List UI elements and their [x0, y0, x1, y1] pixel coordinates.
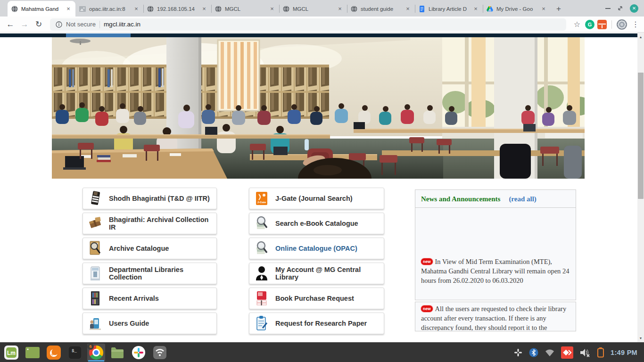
extension-icon[interactable] [597, 20, 607, 29]
firefox-launcher[interactable] [45, 344, 63, 362]
grammarly-extension-icon[interactable]: G [585, 20, 594, 29]
tab-title: MGCL [225, 6, 265, 12]
terminal-launcher[interactable]: $_ [66, 344, 84, 362]
new-badge: new [421, 258, 433, 265]
address-separator [99, 21, 100, 28]
slack-tray-icon[interactable] [513, 348, 523, 357]
book-search-icon [255, 215, 268, 231]
quick-link-label: Users Guide [109, 320, 149, 327]
quick-link-label: My Account @ MG Central Library [275, 266, 378, 281]
page-scrollbar[interactable]: ▲ ▼ [637, 33, 644, 342]
link-shodh-bhagirathi[interactable]: Shodh Bhagirathi (T&D @ IITR) [83, 188, 217, 209]
terminal-prompt-text: $_ [72, 349, 77, 354]
tab-opac[interactable]: opac.iitr.ac.in:8 × [75, 1, 143, 16]
reload-button[interactable]: ↻ [33, 19, 44, 29]
bookmark-star-icon[interactable]: ☆ [574, 20, 580, 29]
tab-close-icon[interactable]: × [472, 5, 479, 13]
profile-avatar[interactable] [617, 19, 627, 30]
webpage-viewport: Shodh Bhagirathi (T&D @ IITR) Bhagirathi… [0, 33, 644, 342]
book-search-icon [255, 240, 268, 256]
link-bhagirathi-archival[interactable]: Bhagirathi: Archival Collection IR [83, 213, 217, 234]
taskbar-clock[interactable]: 1:49 PM [611, 349, 637, 356]
mint-menu-button[interactable]: Lm [2, 344, 20, 362]
news-item: newAll the users are requested to check … [415, 302, 576, 331]
chrome-tab-count-badge: 6 [87, 343, 94, 350]
tab-title: student guide [361, 6, 401, 12]
globe-icon [350, 5, 358, 13]
tab-ip-address[interactable]: 192.168.105.14 × [143, 1, 211, 16]
url-text: mgcl.iitr.ac.in [104, 21, 140, 28]
news-box-primary: News and Announcements (read all) newIn … [415, 189, 576, 300]
quick-link-label: Search e-Book Catalogue [275, 220, 358, 227]
anydesk-tray-icon[interactable] [561, 346, 573, 359]
tab-close-icon[interactable]: × [65, 5, 72, 13]
site-navbar-active-item[interactable] [66, 33, 131, 37]
tab-mgcl-2[interactable]: MGCL × [279, 1, 347, 16]
tab-close-icon[interactable]: × [336, 5, 344, 13]
network-settings-launcher[interactable] [151, 344, 169, 362]
link-recent-arrivals[interactable]: Recent Arrivals [83, 288, 217, 309]
news-header: News and Announcements (read all) [415, 190, 576, 208]
volume-muted-icon[interactable] [579, 347, 591, 358]
show-desktop-button[interactable] [24, 344, 41, 362]
scroll-down-icon[interactable]: ▼ [637, 335, 644, 342]
tab-title: My Drive - Goo [496, 6, 537, 12]
link-opac[interactable]: Online Catalogue (OPAC) [249, 238, 384, 259]
link-my-account[interactable]: My Account @ MG Central Library [249, 263, 384, 284]
link-archive-catalogue[interactable]: Archive Catalogue [83, 238, 217, 259]
tab-close-icon[interactable]: × [200, 5, 208, 13]
browser-menu-icon[interactable]: ⋮ [632, 20, 639, 29]
tab-close-icon[interactable]: × [132, 5, 140, 13]
file-manager-launcher[interactable] [108, 344, 126, 362]
quick-links-left-column: Shodh Bhagirathi (T&D @ IITR) Bhagirathi… [83, 188, 217, 334]
tab-title: Mahatma Gand [21, 6, 62, 12]
link-users-guide[interactable]: Users Guide [83, 313, 217, 334]
news-box-secondary: newAll the users are requested to check … [415, 302, 576, 331]
tab-title: 192.168.105.14 [157, 6, 198, 12]
back-button[interactable]: ← [5, 20, 16, 29]
new-tab-button[interactable]: + [553, 3, 565, 15]
tab-close-icon[interactable]: × [540, 5, 547, 13]
forward-button[interactable]: → [19, 20, 30, 29]
tab-mgcl-1[interactable]: MGCL × [211, 1, 279, 16]
battery-icon[interactable] [597, 347, 604, 358]
quick-link-label: Shodh Bhagirathi (T&D @ IITR) [109, 195, 210, 202]
slack-launcher[interactable] [130, 344, 148, 362]
scrollbar-thumb[interactable] [638, 73, 644, 199]
link-research-paper-request[interactable]: Request for Research Paper [249, 313, 384, 334]
address-bar[interactable]: Not secure mgcl.iitr.ac.in [50, 18, 566, 31]
restore-button[interactable] [617, 5, 623, 11]
guide-kiosk-icon [89, 315, 102, 331]
tab-student-guide[interactable]: student guide × [347, 1, 415, 16]
image-thumbnail-icon [79, 5, 86, 13]
scroll-up-icon[interactable]: ▲ [637, 34, 644, 41]
read-all-link[interactable]: (read all) [509, 195, 536, 203]
clipboard-pen-icon [255, 315, 268, 331]
info-icon[interactable] [56, 21, 62, 28]
wifi-status-icon[interactable] [545, 348, 555, 357]
quick-link-label: Recent Arrivals [109, 295, 159, 302]
desktop-taskbar: Lm $_ 6 1:49 PM [0, 342, 644, 362]
bluetooth-icon[interactable] [529, 348, 538, 357]
globe-icon [215, 5, 222, 13]
link-book-purchase[interactable]: Book Purchase Request [249, 288, 384, 309]
tab-close-icon[interactable]: × [268, 5, 276, 13]
link-search-ebook[interactable]: Search e-Book Catalogue [249, 213, 384, 234]
tab-title: Library Article D [429, 6, 469, 12]
close-window-button[interactable]: ✕ [630, 4, 638, 13]
tab-my-drive[interactable]: My Drive - Goo × [483, 1, 551, 16]
news-panel: News and Announcements (read all) newIn … [415, 189, 576, 331]
quick-link-label: Book Purchase Request [275, 295, 354, 302]
browser-toolbar: ← → ↻ Not secure mgcl.iitr.ac.in ☆ G ⋮ [0, 16, 644, 33]
tab-mahatma-gandhi[interactable]: Mahatma Gand × [8, 1, 75, 16]
minimize-button[interactable] [605, 8, 611, 9]
library-photo [52, 37, 585, 179]
globe-icon [282, 5, 290, 13]
link-jgate[interactable]: J-Gate J-Gate (Journal Search) [249, 188, 384, 209]
link-departmental-libraries[interactable]: Departmental Libraries Collection [83, 263, 217, 284]
tab-close-icon[interactable]: × [404, 5, 412, 13]
svg-text:J-Gate: J-Gate [257, 201, 266, 204]
globe-icon [11, 5, 18, 13]
tab-library-article[interactable]: Library Article D × [415, 1, 483, 16]
chrome-taskbar-button[interactable]: 6 [87, 344, 105, 362]
